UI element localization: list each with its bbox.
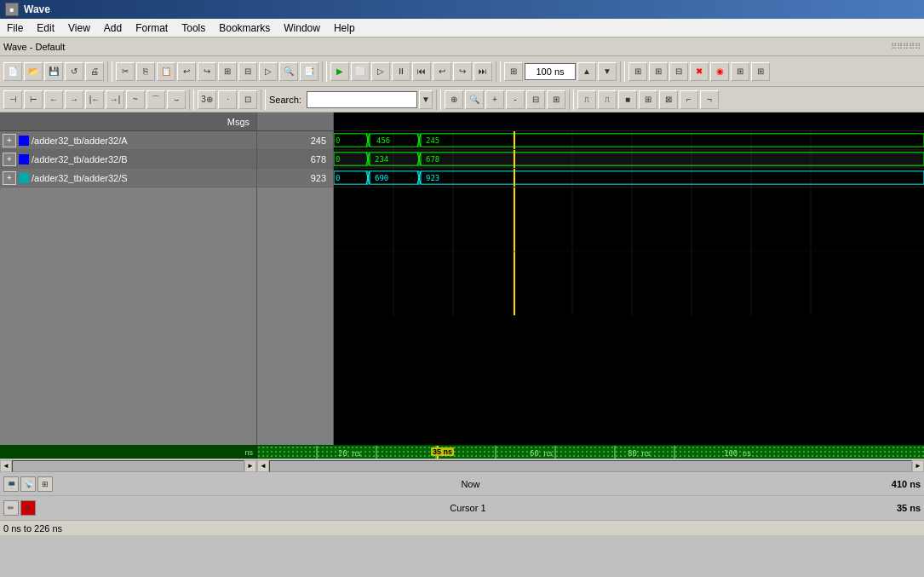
tb-btn23[interactable]: ⊞ — [731, 62, 749, 81]
search-input[interactable] — [307, 91, 417, 108]
paste-button[interactable]: 📋 — [157, 62, 175, 81]
tb-btn24[interactable]: ⊞ — [751, 62, 770, 81]
prev-edge-btn[interactable]: ⊣ — [3, 90, 22, 109]
tab-bar: Wave - Default ⠿⠿⠿⠿⠿ — [0, 38, 924, 56]
svg-text:923: 923 — [426, 175, 439, 183]
prev-trans-btn[interactable]: ← — [44, 90, 63, 109]
tb-btn7[interactable]: ▷ — [259, 62, 278, 81]
tb2-style5[interactable]: ⊠ — [659, 90, 678, 109]
left-scroll-track[interactable] — [12, 460, 244, 472]
time-up-btn[interactable]: ▲ — [577, 62, 596, 81]
menu-tools[interactable]: Tools — [175, 19, 212, 37]
zoom-out-btn[interactable]: - — [506, 90, 525, 109]
toolbar-main: 📄 📂 💾 ↺ 🖨 ✂ ⎘ 📋 ↩ ↪ ⊞ ⊟ ▷ 🔍 📑 ▶ ⬜ ▷ ⏸ ⏮ … — [0, 56, 924, 87]
tb-btn6[interactable]: ⊟ — [238, 62, 257, 81]
time-down-btn[interactable]: ▼ — [598, 62, 617, 81]
status-icon2[interactable]: 📡 — [20, 476, 36, 492]
right-scroll-track[interactable] — [269, 460, 912, 472]
cursor-icon2[interactable]: ✕ — [20, 500, 36, 516]
tb-btn9[interactable]: ▶ — [330, 62, 349, 81]
status-icon3[interactable]: ⊞ — [37, 476, 53, 492]
tb-btn11[interactable]: ▷ — [371, 62, 390, 81]
svg-text:0: 0 — [336, 137, 340, 146]
tb2-style6[interactable]: ⌐ — [680, 90, 698, 109]
svg-text:690: 690 — [375, 175, 388, 183]
expand-b[interactable]: + — [3, 153, 16, 166]
wave-tab[interactable]: Wave - Default — [3, 42, 887, 52]
zoom-full-btn[interactable]: ⊞ — [547, 90, 565, 109]
print-button[interactable]: 🖨 — [85, 62, 104, 81]
signal-row-b[interactable]: + /adder32_tb/adder32/B — [0, 150, 256, 169]
tb-btn8[interactable]: 📑 — [300, 62, 319, 81]
tb2-btn7[interactable]: ~ — [126, 90, 145, 109]
copy-button[interactable]: ⎘ — [136, 62, 155, 81]
tb-btn21[interactable]: ✖ — [690, 62, 709, 81]
tb2-btn10[interactable]: 3⊕ — [198, 90, 216, 109]
next-trans-btn[interactable]: → — [65, 90, 83, 109]
right-scrollbar-area: ◄ ► — [257, 459, 924, 472]
goto-start-btn[interactable]: |← — [85, 90, 104, 109]
menu-add[interactable]: Add — [97, 19, 129, 37]
tb2-style7[interactable]: ¬ — [700, 90, 719, 109]
find-button[interactable]: 🔍 — [279, 62, 298, 81]
tb-btn19[interactable]: ⊞ — [649, 62, 668, 81]
tb-btn14[interactable]: ↩ — [433, 62, 451, 81]
tb-btn13[interactable]: ⏮ — [412, 62, 431, 81]
tb2-style3[interactable]: ■ — [618, 90, 637, 109]
expand-s[interactable]: + — [3, 171, 16, 185]
tb2-style1[interactable]: ⎍ — [577, 90, 596, 109]
tb-btn10[interactable]: ⬜ — [351, 62, 370, 81]
redo-button[interactable]: ↪ — [198, 62, 216, 81]
time-input[interactable] — [525, 63, 576, 80]
cursor-icon1[interactable]: ✏ — [3, 500, 19, 516]
tb2-btn11[interactable]: ⋅ — [218, 90, 237, 109]
tb-btn18[interactable]: ⊞ — [628, 62, 647, 81]
search-dropdown-btn[interactable]: ▼ — [419, 90, 433, 109]
tb-btn17[interactable]: ⊞ — [504, 62, 523, 81]
cut-button[interactable]: ✂ — [116, 62, 135, 81]
status-icon1[interactable]: 💻 — [3, 476, 19, 492]
tb2-btn12[interactable]: ⊕ — [445, 90, 463, 109]
tb2-style2[interactable]: ⎍ — [598, 90, 617, 109]
app-icon: ■ — [5, 3, 19, 16]
scroll-wave-left-btn[interactable]: ◄ — [257, 460, 269, 472]
tb-btn15[interactable]: ↪ — [453, 62, 472, 81]
new-button[interactable]: 📄 — [3, 62, 22, 81]
tb-btn5[interactable]: ⊞ — [218, 62, 237, 81]
signal-row-a[interactable]: + /adder32_tb/adder32/A — [0, 131, 256, 150]
zoom-in-btn[interactable]: + — [485, 90, 504, 109]
save-button[interactable]: 💾 — [44, 62, 63, 81]
signal-empty-area — [0, 188, 256, 445]
next-edge-btn[interactable]: ⊢ — [24, 90, 43, 109]
scroll-left-btn[interactable]: ◄ — [0, 460, 12, 472]
menu-edit[interactable]: Edit — [30, 19, 61, 37]
snap-btn[interactable]: ⊡ — [238, 90, 257, 109]
scroll-wave-right-btn[interactable]: ► — [912, 460, 924, 472]
refresh-button[interactable]: ↺ — [65, 62, 83, 81]
tb2-btn9[interactable]: ⌣ — [167, 90, 186, 109]
tb-btn16[interactable]: ⏭ — [473, 62, 492, 81]
goto-end-btn[interactable]: →| — [106, 90, 124, 109]
svg-text:0: 0 — [336, 156, 340, 164]
menu-help[interactable]: Help — [327, 19, 362, 37]
undo-button[interactable]: ↩ — [177, 62, 196, 81]
scroll-right-btn[interactable]: ► — [244, 460, 256, 472]
tb2-style4[interactable]: ⊞ — [639, 90, 657, 109]
signal-row-s[interactable]: + /adder32_tb/adder32/S — [0, 169, 256, 188]
menu-view[interactable]: View — [61, 19, 97, 37]
tb-btn12[interactable]: ⏸ — [392, 62, 410, 81]
zoom-fit-btn[interactable]: ⊟ — [526, 90, 545, 109]
menu-window[interactable]: Window — [277, 19, 327, 37]
tb2-btn13[interactable]: 🔍 — [465, 90, 484, 109]
menu-bookmarks[interactable]: Bookmarks — [212, 19, 277, 37]
menu-bar: File Edit View Add Format Tools Bookmark… — [0, 19, 924, 38]
sep7 — [436, 89, 441, 110]
waveform-panel[interactable]: 456 245 0 — [334, 113, 924, 445]
open-button[interactable]: 📂 — [24, 62, 43, 81]
tb2-btn8[interactable]: ⌒ — [146, 90, 165, 109]
tb-btn22[interactable]: ◉ — [710, 62, 729, 81]
menu-format[interactable]: Format — [129, 19, 175, 37]
expand-a[interactable]: + — [3, 134, 16, 147]
menu-file[interactable]: File — [0, 19, 30, 37]
tb-btn20[interactable]: ⊟ — [669, 62, 688, 81]
